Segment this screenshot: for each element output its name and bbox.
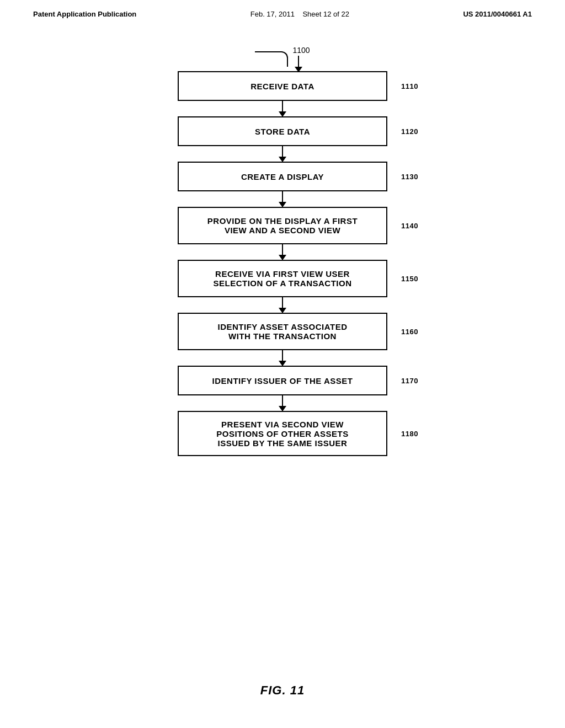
box-1150: RECEIVE VIA FIRST VIEW USER SELECTION OF… (178, 260, 387, 297)
label-1160: 1160 (401, 328, 418, 336)
box-1110: RECEIVE DATA 1110 (178, 71, 387, 101)
label-1120: 1120 (401, 127, 418, 136)
label-1130: 1130 (401, 173, 418, 181)
label-1150: 1150 (401, 275, 418, 283)
start-label: 1100 (292, 46, 310, 55)
label-1180: 1180 (401, 430, 418, 438)
page-header: Patent Application Publication Feb. 17, … (0, 0, 565, 24)
arrow-1140-1150 (282, 244, 283, 260)
arrow-1150-1160 (282, 297, 283, 313)
label-1140: 1140 (401, 222, 418, 230)
arrow-1130-1140 (282, 191, 283, 207)
flowchart-diagram: 1100 RECEIVE DATA 1110 STORE DATA 1120 (0, 24, 565, 456)
patent-number: US 2011/0040661 A1 (463, 10, 532, 18)
arrow-1120-1130 (282, 146, 283, 162)
label-1170: 1170 (401, 377, 418, 385)
box-1160: IDENTIFY ASSET ASSOCIATED WITH THE TRANS… (178, 313, 387, 350)
box-1170: IDENTIFY ISSUER OF THE ASSET 1170 (178, 366, 387, 395)
box-1180: PRESENT VIA SECOND VIEW POSITIONS OF OTH… (178, 411, 387, 456)
arrow-1110-1120 (282, 101, 283, 116)
arrow-1170-1180 (282, 395, 283, 411)
header-sheet: Sheet 12 of 22 (302, 10, 349, 18)
publication-label: Patent Application Publication (33, 10, 136, 18)
arrow-1160-1170 (282, 350, 283, 366)
figure-caption: FIG. 11 (260, 683, 305, 698)
box-1120: STORE DATA 1120 (178, 116, 387, 146)
box-1130: CREATE A DISPLAY 1130 (178, 162, 387, 191)
header-date-sheet: Feb. 17, 2011 Sheet 12 of 22 (250, 10, 349, 18)
header-date: Feb. 17, 2011 (250, 10, 295, 18)
box-1140: PROVIDE ON THE DISPLAY A FIRST VIEW AND … (178, 207, 387, 244)
label-1110: 1110 (401, 82, 418, 90)
